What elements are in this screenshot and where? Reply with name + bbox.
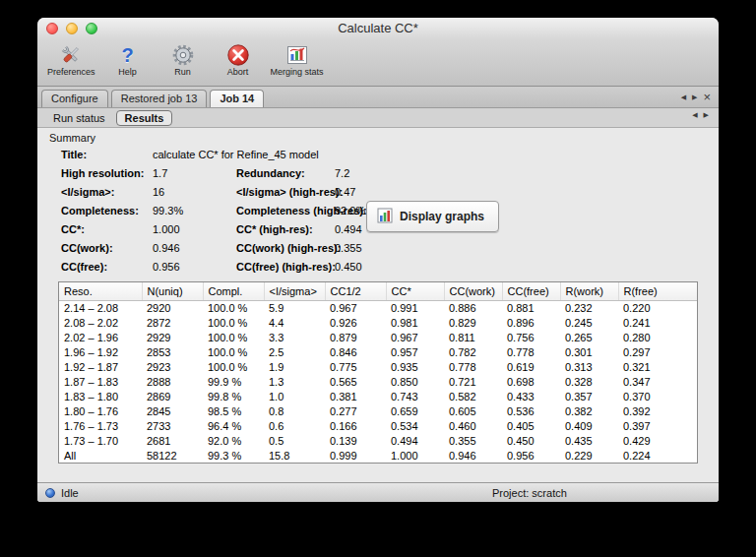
tab-job-14[interactable]: Job 14 xyxy=(210,90,264,107)
summary-value: 0.956 xyxy=(153,258,236,277)
table-row[interactable]: 1.73 – 1.70268192.0 %0.50.1390.4940.3550… xyxy=(59,433,697,448)
summary-value: 0.355 xyxy=(335,239,719,258)
table-cell: 0.829 xyxy=(444,315,502,330)
column-header[interactable]: CC* xyxy=(386,282,444,300)
summary-value: 7.2 xyxy=(335,164,719,183)
table-cell: 0.321 xyxy=(618,359,697,374)
table-cell: 96.4 % xyxy=(203,418,264,433)
abort-button[interactable]: Abort xyxy=(216,41,261,77)
column-header[interactable]: CC(free) xyxy=(502,282,560,300)
summary-label: <I/sigma> (high-res): xyxy=(236,183,335,202)
column-header[interactable]: <I/sigma> xyxy=(264,282,325,300)
tab-next-icon[interactable]: ▶ xyxy=(692,93,697,101)
table-cell: All xyxy=(59,448,142,463)
table-cell: 0.265 xyxy=(560,330,618,344)
column-header[interactable]: N(uniq) xyxy=(142,282,203,300)
table-cell: 0.756 xyxy=(502,330,560,344)
column-header[interactable]: R(free) xyxy=(618,282,697,300)
table-cell: 0.355 xyxy=(444,433,502,448)
toolbar-label: Preferences xyxy=(47,67,95,77)
bar-chart-icon xyxy=(377,208,393,226)
summary-label: CC*: xyxy=(61,220,153,239)
table-cell: 0.5 xyxy=(264,433,325,448)
summary-value: 16 xyxy=(153,183,236,202)
table-cell: 0.297 xyxy=(618,344,697,359)
table-cell: 0.846 xyxy=(325,344,386,359)
tab-configure[interactable]: Configure xyxy=(41,90,108,107)
close-window-button[interactable] xyxy=(46,23,58,34)
summary-label: CC(work) (high-res): xyxy=(236,239,335,258)
table-row[interactable]: 1.87 – 1.83288899.9 %1.30.5650.8500.7210… xyxy=(59,374,697,389)
table-cell: 0.435 xyxy=(560,433,618,448)
status-text: Idle xyxy=(61,487,79,499)
tab-prev-icon[interactable]: ◀ xyxy=(681,93,686,101)
table-row[interactable]: 2.02 – 1.962929100.0 %3.30.8790.9670.811… xyxy=(59,330,697,344)
tab-restored-job-13[interactable]: Restored job 13 xyxy=(111,90,208,107)
table-row[interactable]: 1.76 – 1.73273396.4 %0.60.1660.5340.4600… xyxy=(59,418,697,433)
toolbar-label: Run xyxy=(174,67,191,77)
preferences-icon xyxy=(58,41,84,69)
minimize-window-button[interactable] xyxy=(66,23,78,34)
table-cell: 0.409 xyxy=(560,418,618,433)
column-header[interactable]: R(work) xyxy=(560,282,618,300)
table-row[interactable]: All5812299.3 %15.80.9991.0000.9460.9560.… xyxy=(59,448,697,463)
table-cell: 0.957 xyxy=(386,344,444,359)
column-header[interactable]: CC1/2 xyxy=(325,282,386,300)
table-cell: 0.926 xyxy=(325,315,386,330)
table-row[interactable]: 1.92 – 1.872923100.0 %1.90.7750.9350.778… xyxy=(59,359,697,374)
table-cell: 2853 xyxy=(142,344,203,359)
window-title: Calculate CC* xyxy=(37,18,719,39)
table-cell: 0.582 xyxy=(444,389,502,403)
table-cell: 0.139 xyxy=(325,433,386,448)
table-cell: 98.5 % xyxy=(203,403,264,418)
titlebar[interactable]: Calculate CC* xyxy=(37,18,719,39)
table-cell: 0.460 xyxy=(444,418,502,433)
table-cell: 2929 xyxy=(142,330,203,344)
table-cell: 0.967 xyxy=(325,300,386,315)
table-row[interactable]: 1.83 – 1.80286999.8 %1.00.3810.7430.5820… xyxy=(59,389,697,403)
table-cell: 0.605 xyxy=(444,403,502,418)
table-cell: 0.382 xyxy=(560,403,618,418)
help-icon: ? xyxy=(121,41,133,69)
table-cell: 0.782 xyxy=(444,344,502,359)
display-graphs-label: Display graphs xyxy=(400,210,484,223)
run-gear-icon xyxy=(170,41,196,69)
app-window: Calculate CC* Preferences xyxy=(37,18,719,502)
preferences-button[interactable]: Preferences xyxy=(47,41,95,77)
table-cell: 2872 xyxy=(142,315,203,330)
table-cell: 1.0 xyxy=(264,389,325,403)
column-header[interactable]: Compl. xyxy=(203,282,264,300)
section-label: Summary xyxy=(37,128,719,146)
help-button[interactable]: ? Help xyxy=(105,41,151,77)
subtab-prev-icon[interactable]: ◀ xyxy=(692,111,697,119)
table-cell: 99.8 % xyxy=(203,389,264,403)
column-header[interactable]: Reso. xyxy=(59,282,142,300)
table-cell: 0.534 xyxy=(386,418,444,433)
summary-value: 0.946 xyxy=(153,239,236,258)
display-graphs-button[interactable]: Display graphs xyxy=(366,201,499,232)
table-cell: 0.619 xyxy=(502,359,560,374)
summary-label: Title: xyxy=(61,146,153,164)
table-cell: 0.743 xyxy=(386,389,444,403)
table-cell: 0.405 xyxy=(502,418,560,433)
tab-run-status[interactable]: Run status xyxy=(45,111,113,125)
zoom-window-button[interactable] xyxy=(86,23,97,34)
merging-stats-button[interactable]: Merging stats xyxy=(271,41,324,77)
tab-close-icon[interactable]: × xyxy=(703,93,711,102)
table-cell: 0.879 xyxy=(325,330,386,344)
subtab-next-icon[interactable]: ▶ xyxy=(704,111,709,119)
table-cell: 0.946 xyxy=(444,448,502,463)
table-row[interactable]: 1.80 – 1.76284598.5 %0.80.2770.6590.6050… xyxy=(59,403,697,418)
table-row[interactable]: 2.08 – 2.022872100.0 %4.40.9260.9810.829… xyxy=(59,315,697,330)
table-cell: 0.392 xyxy=(618,403,697,418)
column-header[interactable]: CC(work) xyxy=(444,282,502,300)
table-cell: 0.433 xyxy=(502,389,560,403)
tab-results[interactable]: Results xyxy=(116,110,173,126)
table-row[interactable]: 2.14 – 2.082920100.0 %5.90.9670.9910.886… xyxy=(59,300,697,315)
table-cell: 1.76 – 1.73 xyxy=(59,418,142,433)
table-cell: 0.698 xyxy=(502,374,560,389)
table-cell: 0.999 xyxy=(325,448,386,463)
table-row[interactable]: 1.96 – 1.922853100.0 %2.50.8460.9570.782… xyxy=(59,344,697,359)
run-button[interactable]: Run xyxy=(160,41,206,77)
summary-label: Completeness: xyxy=(61,202,153,220)
